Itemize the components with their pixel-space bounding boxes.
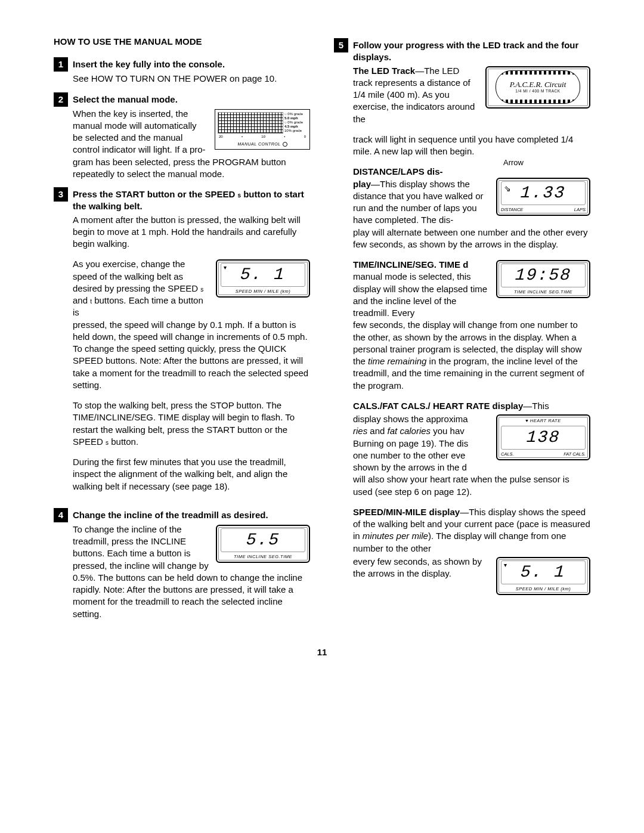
speed-bold: SPEED/MIN-MILE display [353,507,460,517]
step-4-p1a: To change the incline of the treadmill, … [73,524,209,583]
panel-b5: 0 [304,134,306,139]
panel-b4: • [284,134,285,139]
time-lcd-caption: TIME INCLINE SEG.TIME [501,289,586,295]
program-chart-side: ○ 0% grade 5.0 mph ○ 0% grade 4.5 mph 10… [283,112,307,134]
step-3-p2b: buttons. Each time a button is [73,295,203,317]
step-3-p3: To stop the walking belt, press the STOP… [73,400,310,448]
step-5: 5 Follow your progress with the LED trac… [334,39,590,597]
manual-control-led-icon [283,142,287,147]
distance-lcd: ⇘ 1.33 DISTANCE LAPS [496,178,590,216]
step-number-4: 4 [54,508,68,522]
heartrate-lcd-top: ♥ HEART RATE [525,418,561,423]
cals-i2: fat calories [388,426,431,436]
step-number-3: 3 [54,187,68,202]
panel-side-1a: 0% grade [287,112,303,116]
step-3-p2c: pressed, the speed will change by 0.1 mp… [73,320,308,390]
time-lcd: 19:58 TIME INCLINE SEG.TIME [496,260,590,298]
step-4: 4 Change the incline of the treadmill as… [54,509,310,620]
step-2-p1b: gram has been selected, press the PROGRA… [73,157,286,179]
step-5-title: Follow your progress with the LED track … [353,39,590,64]
step-2-title: Select the manual mode. [73,94,178,106]
panel-b3: 10 [261,134,265,139]
track-subtitle: 1/4 MI / 400 M TRACK [510,89,566,93]
cals-lead-text: —This [523,401,549,411]
cals-p1a-b: you hav [431,426,465,436]
cals-lead: CALS./FAT CALS./ HEART RATE display—This [353,400,590,412]
speed2-lcd-value: 5. 1 [520,561,566,584]
step-2-p1a: When the key is inserted, the manual mod… [73,109,206,155]
time-p1b-i: time remaining [368,356,426,366]
speed-s-glyph-2: s [200,286,203,293]
incline-lcd-value: 5.5 [245,529,280,552]
heartrate-lcd-value: 138 [525,426,561,449]
led-track-bold: The LED Track [353,66,415,76]
panel-side-2b: 4.5 mph [284,125,298,128]
speed-lcd-caption: SPEED MIN / MILE (km) [221,289,305,295]
step-4-title: Change the incline of the treadmill as d… [73,509,268,521]
distance-cap-l: DISTANCE [501,207,523,213]
step-number-5: 5 [334,38,348,52]
step-1-body: See HOW TO TURN ON THE POWER on page 10. [73,73,310,85]
arrow-icon: ⇘ [504,184,511,193]
cals-cap-l: CALS. [501,451,514,457]
track-title: P.A.C.E.R. Circuit [510,80,566,89]
manual-control-label: MANUAL CONTROL [237,142,280,146]
panel-b2: • [242,134,243,139]
panel-side-3: 10% grade [284,129,302,132]
time-p1a: manual mode is selected, this display wi… [353,271,487,318]
panel-side-2a: 0% grade [287,120,303,124]
step-1-title: Insert the key fully into the console. [73,58,225,70]
cals-bold: CALS./FAT CALS./ HEART RATE display [353,401,523,411]
cals-cap-r: FAT CALS. [564,451,586,457]
led-track-illustration: P.A.C.E.R. Circuit 1/4 MI / 400 M TRACK [485,66,590,109]
cals-p1a-e: shown by the arrows in the d [353,462,467,472]
speed-lcd: ▾ 5. 1 SPEED MIN / MILE (km) [216,259,310,298]
speed-p1b: every few seconds, as shown by the arrow… [353,556,482,578]
cals-p1a-a: display shows the approxima [353,414,468,424]
lcd-arrow-icon-2: ▾ [504,562,507,568]
incline-lcd-caption: TIME INCLINE SEG.TIME [221,554,305,560]
distance-bold: DISTANCE/LAPS dis- [353,166,443,176]
panel-b1: 20 [219,134,223,139]
distance-lcd-value: 1.33 [520,182,566,205]
led-track-p1b: track will light in sequence until you h… [353,134,573,156]
step-2: 2 Select the manual mode. ○ 0% grade 5.0… [54,94,310,181]
distance-lcd-wrap: Arrow ⇘ 1.33 DISTANCE LAPS [496,167,590,216]
step-3-p4: During the first few minutes that you us… [73,456,310,493]
speed2-lcd-caption: SPEED MIN / MILE (km) [501,586,586,592]
step-number-2: 2 [54,92,68,107]
step-3-p2a: As you exercise, change the speed of the… [73,259,200,293]
time-lcd-value: 19:58 [515,264,572,287]
left-column: HOW TO USE THE MANUAL MODE 1 Insert the … [54,36,310,628]
manual-control-panel: ○ 0% grade 5.0 mph ○ 0% grade 4.5 mph 10… [215,109,310,150]
step-3-p3b: button. [109,436,138,447]
incline-lcd: 5.5 TIME INCLINE SEG.TIME [216,525,310,563]
speed-p1a-i: minutes per mile [363,531,428,541]
distance-cap-r: LAPS [574,207,586,213]
distance-bold2: play [353,179,371,189]
cals-i1: ries [353,426,367,436]
cals-p1a-d: one number to the other eve [353,450,465,460]
step-3-p1: A moment after the button is pressed, th… [73,214,310,250]
page-number: 11 [54,646,590,658]
lcd-arrow-icon: ▾ [224,265,227,271]
arrow-callout-label: Arrow [503,157,524,168]
distance-p1a: —This display shows the distance that yo… [353,179,483,225]
time-bold: TIME/INCLINE/SEG. TIME d [353,259,468,270]
speed2-lcd: ▾ 5. 1 SPEED MIN / MILE (km) [496,557,590,595]
step-3: 3 Press the START button or the SPEED s … [54,188,310,501]
speed-para: SPEED/MIN-MILE display—This display show… [353,506,590,555]
step-1: 1 Insert the key fully into the console.… [54,58,310,85]
page-columns: HOW TO USE THE MANUAL MODE 1 Insert the … [54,36,590,628]
step-3-title-a: Press the START button or the SPEED [73,189,237,199]
cals-mid: and [367,426,387,436]
cals-p1a-c: Burning on page 19). The dis [353,438,468,448]
heartrate-lcd: ♥ HEART RATE 138 CALS. FAT CALS. [496,414,590,460]
cals-p1b: will also show your heart rate when the … [353,474,569,496]
step-number-1: 1 [54,57,68,72]
step-3-title: Press the START button or the SPEED s bu… [73,188,310,213]
program-chart-icon [218,112,283,134]
section-title: HOW TO USE THE MANUAL MODE [54,36,310,48]
distance-p1b: play will alternate between one number a… [353,227,588,249]
speed-lcd-value: 5. 1 [240,264,286,286]
